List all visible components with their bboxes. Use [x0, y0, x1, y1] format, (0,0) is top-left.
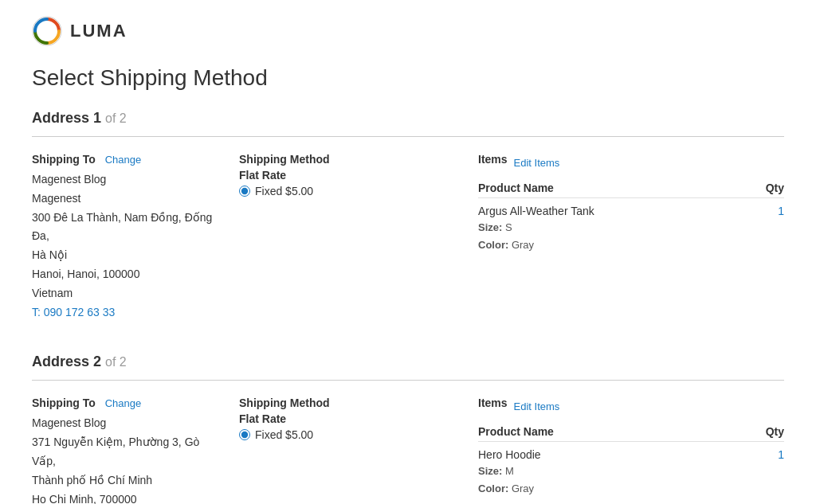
shipping-method-col-1: Shipping Method Flat Rate Fixed $5.00: [239, 153, 478, 322]
logo: LUMA: [32, 16, 128, 46]
shipping-option-2: Fixed $5.00: [239, 428, 462, 441]
items-table-2: Product Name Qty Hero Hoodie Size: M Col…: [478, 422, 784, 501]
change-address-link-1[interactable]: Change: [105, 154, 142, 166]
shipping-option-1: Fixed $5.00: [239, 185, 462, 197]
col-qty-header: Qty: [742, 178, 784, 198]
qty-cell-0: 1: [742, 198, 784, 258]
shipping-radio-2[interactable]: [239, 429, 250, 440]
logo-text: LUMA: [70, 21, 128, 41]
items-col-1: Items Edit Items Product Name Qty Argus …: [478, 153, 784, 322]
phone-1: T: 090 172 63 33: [32, 303, 223, 322]
shipping-to-col-1: Shipping To Change Magenest BlogMagenest…: [32, 153, 239, 322]
col-qty-header: Qty: [724, 422, 784, 442]
product-meta: Size: M Color: Gray: [478, 463, 724, 498]
shipping-to-col-2: Shipping To Change Magenest Blog371 Nguy…: [32, 397, 239, 504]
shipping-method-name-2: Flat Rate: [239, 412, 462, 425]
product-meta: Size: S Color: Gray: [478, 219, 742, 254]
section-title-2: Address 2 of 2: [32, 354, 784, 370]
shipping-to-label: Shipping To: [32, 397, 96, 409]
items-label-2: Items: [478, 397, 508, 409]
edit-items-link-2[interactable]: Edit Items: [514, 400, 560, 412]
items-header-1: Items Edit Items: [478, 153, 784, 172]
address-section-2: Address 2 of 2 Shipping To Change Magene…: [32, 354, 784, 504]
table-row: Hero Hoodie Size: M Color: Gray 1: [478, 442, 784, 502]
edit-items-link-1[interactable]: Edit Items: [514, 157, 560, 169]
svg-point-0: [33, 17, 61, 45]
address-info-1: Magenest BlogMagenest300 Đê La Thành, Na…: [32, 170, 223, 322]
section-title-1: Address 1 of 2: [32, 110, 784, 127]
shipping-price-1: Fixed $5.00: [255, 185, 313, 197]
shipping-to-label: Shipping To: [32, 153, 96, 166]
address-info-2: Magenest Blog371 Nguyễn Kiệm, Phường 3, …: [32, 414, 223, 504]
addresses-container: Address 1 of 2 Shipping To Change Magene…: [32, 110, 784, 504]
shipping-radio-1[interactable]: [239, 186, 250, 197]
address-block-2: Shipping To Change Magenest Blog371 Nguy…: [32, 397, 784, 504]
items-table-1: Product Name Qty Argus All-Weather Tank …: [478, 178, 784, 257]
items-label-1: Items: [478, 153, 508, 166]
address-block-1: Shipping To Change Magenest BlogMagenest…: [32, 153, 784, 322]
shipping-method-col-2: Shipping Method Flat Rate Fixed $5.00: [239, 397, 478, 504]
items-col-2: Items Edit Items Product Name Qty Hero H…: [478, 397, 784, 504]
luma-logo-icon: [32, 16, 62, 46]
col-product-header: Product Name: [478, 422, 724, 442]
col-product-header: Product Name: [478, 178, 742, 198]
shipping-price-2: Fixed $5.00: [255, 428, 313, 441]
product-name: Hero Hoodie: [478, 448, 724, 461]
change-address-link-2[interactable]: Change: [105, 397, 142, 409]
product-cell-0: Argus All-Weather Tank Size: S Color: Gr…: [478, 198, 742, 258]
shipping-method-label: Shipping Method: [239, 153, 330, 166]
shipping-method-label: Shipping Method: [239, 397, 330, 409]
product-name: Argus All-Weather Tank: [478, 205, 742, 217]
page-title: Select Shipping Method: [32, 65, 784, 91]
table-row: Argus All-Weather Tank Size: S Color: Gr…: [478, 198, 784, 258]
header: LUMA: [32, 16, 784, 46]
qty-cell-0: 1: [724, 442, 784, 502]
items-header-2: Items Edit Items: [478, 397, 784, 416]
address-section-1: Address 1 of 2 Shipping To Change Magene…: [32, 110, 784, 322]
shipping-method-name-1: Flat Rate: [239, 169, 462, 182]
product-cell-0: Hero Hoodie Size: M Color: Gray: [478, 442, 724, 502]
